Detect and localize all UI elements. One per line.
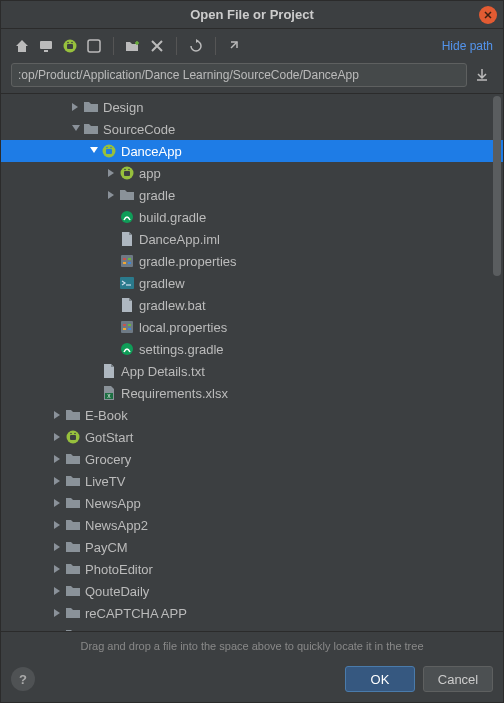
folder-icon [65, 605, 81, 621]
file-tree[interactable]: DesignSourceCodeDanceAppappgradlebuild.g… [1, 94, 503, 631]
tree-row[interactable]: LiveTV [1, 470, 503, 492]
chevron-down-icon[interactable] [71, 124, 81, 134]
chevron-right-icon[interactable] [53, 410, 63, 420]
chevron-right-icon[interactable] [53, 586, 63, 596]
scrollbar-thumb[interactable] [493, 96, 501, 276]
module-button[interactable] [83, 35, 105, 57]
tree-item-label: gradle [139, 188, 175, 203]
help-button[interactable]: ? [11, 667, 35, 691]
window-close-button[interactable] [479, 6, 497, 24]
tree-row[interactable]: QouteDaily [1, 580, 503, 602]
cancel-button[interactable]: Cancel [423, 666, 493, 692]
project-button[interactable] [59, 35, 81, 57]
chevron-right-icon[interactable] [71, 102, 81, 112]
hide-path-link[interactable]: Hide path [442, 39, 493, 53]
tree-item-label: NewsApp [85, 496, 141, 511]
folder-icon [65, 495, 81, 511]
toolbar-separator [113, 37, 114, 55]
folder-icon [65, 539, 81, 555]
tree-item-label: QouteDaily [85, 584, 149, 599]
tree-row[interactable]: local.properties [1, 316, 503, 338]
tree-item-label: DanceApp [121, 144, 182, 159]
new-folder-button[interactable] [122, 35, 144, 57]
folder-icon [119, 187, 135, 203]
tree-row[interactable]: TaxiApp [1, 624, 503, 631]
tree-row[interactable]: PhotoEditor [1, 558, 503, 580]
tree-row[interactable]: gradlew.bat [1, 294, 503, 316]
show-hidden-button[interactable] [224, 35, 246, 57]
tree-item-label: local.properties [139, 320, 227, 335]
tree-row[interactable]: DanceApp.iml [1, 228, 503, 250]
tree-row[interactable]: gradle [1, 184, 503, 206]
delete-button[interactable] [146, 35, 168, 57]
tree-row[interactable]: gradle.properties [1, 250, 503, 272]
desktop-button[interactable] [35, 35, 57, 57]
chevron-right-icon[interactable] [53, 608, 63, 618]
folder-icon [83, 121, 99, 137]
props-icon [119, 319, 135, 335]
tree-row[interactable]: app [1, 162, 503, 184]
file-icon [119, 231, 135, 247]
chevron-right-icon[interactable] [53, 564, 63, 574]
chevron-right-icon[interactable] [53, 476, 63, 486]
tree-row[interactable]: settings.gradle [1, 338, 503, 360]
folder-icon [65, 517, 81, 533]
chevron-right-icon[interactable] [53, 498, 63, 508]
tree-item-label: App Details.txt [121, 364, 205, 379]
home-icon [14, 38, 30, 54]
props-icon [119, 253, 135, 269]
chevron-right-icon[interactable] [107, 168, 117, 178]
tree-item-label: Grocery [85, 452, 131, 467]
tree-row[interactable]: GotStart [1, 426, 503, 448]
tree-row[interactable]: SourceCode [1, 118, 503, 140]
tree-row[interactable]: App Details.txt [1, 360, 503, 382]
tree-row[interactable]: E-Book [1, 404, 503, 426]
tree-item-label: GotStart [85, 430, 133, 445]
home-button[interactable] [11, 35, 33, 57]
chevron-right-icon[interactable] [53, 432, 63, 442]
tree-row[interactable]: NewsApp [1, 492, 503, 514]
tree-row[interactable]: NewsApp2 [1, 514, 503, 536]
toolbar-separator [215, 37, 216, 55]
tree-row[interactable]: reCAPTCHA APP [1, 602, 503, 624]
folder-icon [65, 561, 81, 577]
ok-button[interactable]: OK [345, 666, 415, 692]
refresh-button[interactable] [185, 35, 207, 57]
folder-icon [65, 473, 81, 489]
chevron-down-icon[interactable] [89, 146, 99, 156]
delete-icon [150, 39, 164, 53]
chevron-right-icon[interactable] [53, 454, 63, 464]
tree-row[interactable]: DanceApp [1, 140, 503, 162]
android-icon [65, 429, 81, 445]
tree-item-label: Requirements.xlsx [121, 386, 228, 401]
tree-row[interactable]: Grocery [1, 448, 503, 470]
folder-icon [65, 627, 81, 631]
tree-item-label: gradle.properties [139, 254, 237, 269]
folder-icon [65, 407, 81, 423]
chevron-right-icon[interactable] [53, 630, 63, 631]
tree-row[interactable]: build.gradle [1, 206, 503, 228]
tree-item-label: build.gradle [139, 210, 206, 225]
tree-item-label: reCAPTCHA APP [85, 606, 187, 621]
tree-row[interactable]: Design [1, 96, 503, 118]
tree-row[interactable]: PayCM [1, 536, 503, 558]
path-input[interactable] [11, 63, 467, 87]
toolbar-separator [176, 37, 177, 55]
dialog-title: Open File or Project [190, 7, 314, 22]
close-icon [484, 11, 492, 19]
gradle-icon [119, 341, 135, 357]
tree-item-label: gradlew.bat [139, 298, 206, 313]
android-icon [119, 165, 135, 181]
path-history-button[interactable] [471, 64, 493, 86]
chevron-right-icon[interactable] [107, 190, 117, 200]
chevron-right-icon[interactable] [53, 520, 63, 530]
module-icon [86, 38, 102, 54]
chevron-right-icon[interactable] [53, 542, 63, 552]
download-icon [474, 67, 490, 83]
tree-row[interactable]: Requirements.xlsx [1, 382, 503, 404]
tree-item-label: PayCM [85, 540, 128, 555]
new-folder-icon [125, 38, 141, 54]
tree-row[interactable]: gradlew [1, 272, 503, 294]
xlsx-icon [101, 385, 117, 401]
file-icon [101, 363, 117, 379]
